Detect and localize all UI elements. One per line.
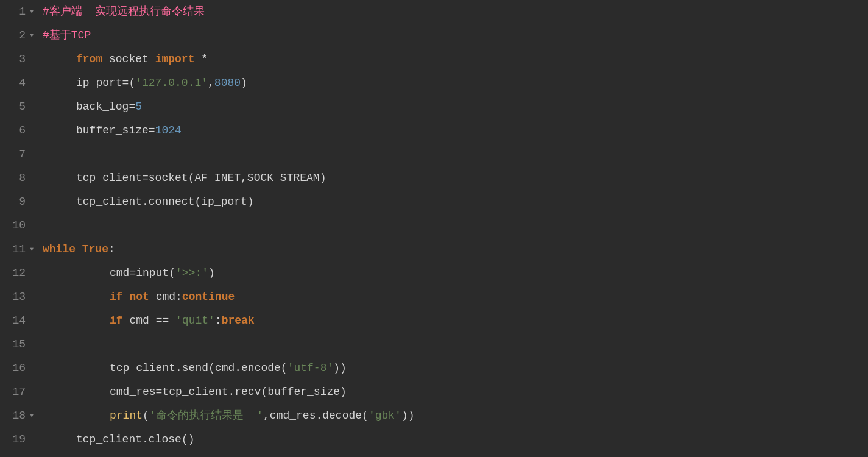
token-plain: cmd:: [149, 285, 182, 309]
line-number-16: 16: [0, 356, 37, 380]
token-plain: (: [143, 404, 149, 428]
token-plain: [76, 238, 82, 261]
token-plain: :: [108, 238, 115, 261]
code-line-3: from socket import *: [43, 48, 868, 71]
token-plain: socket: [102, 48, 155, 71]
fold-indicator-11[interactable]: ▾: [29, 238, 34, 261]
token-keyword: import: [155, 48, 195, 71]
token-keyword: True: [82, 238, 108, 261]
token-keyword: if: [110, 285, 123, 309]
line-number-13: 13: [0, 285, 37, 309]
code-editor: 12345678910111213141516171819 ▾#客户端 实现远程…: [0, 0, 868, 457]
line-number-4: 4: [0, 71, 37, 95]
line-number-19: 19: [0, 428, 37, 452]
token-plain: [123, 285, 130, 309]
line-number-8: 8: [0, 166, 37, 190]
token-plain: ): [208, 261, 215, 285]
token-keyword: not: [129, 285, 149, 309]
code-line-11: ▾while True:: [43, 238, 868, 261]
line-number-9: 9: [0, 190, 37, 214]
code-line-5: back_log=5: [43, 95, 868, 119]
token-plain: tcp_client.send(cmd.encode(: [110, 356, 288, 380]
token-operator: ==: [156, 309, 169, 333]
code-line-19: tcp_client.close(): [43, 428, 868, 452]
token-comment-chinese: #客户端 实现远程执行命令结果: [43, 0, 205, 24]
token-comment-chinese: #基于TCP: [43, 24, 91, 48]
token-plain: back_log=: [76, 95, 135, 119]
token-plain: *: [194, 48, 208, 71]
token-number: 1024: [155, 119, 182, 143]
token-keyword: while: [43, 238, 76, 261]
token-number: 8080: [214, 71, 241, 95]
token-keyword: if: [110, 309, 123, 333]
code-line-2: ▾#基于TCP: [43, 24, 868, 48]
token-plain: )): [333, 356, 347, 380]
token-plain: tcp_client=socket(AF_INET,SOCK_STREAM): [76, 166, 326, 190]
code-line-16: tcp_client.send(cmd.encode('utf-8')): [43, 356, 868, 380]
token-plain: tcp_client.close(): [76, 428, 194, 452]
token-plain: tcp_client.connect(ip_port): [76, 190, 254, 214]
line-number-10: 10: [0, 214, 37, 238]
token-plain: ): [241, 71, 247, 95]
line-number-12: 12: [0, 261, 37, 285]
line-number-7: 7: [0, 143, 37, 166]
token-plain: ,: [208, 71, 214, 95]
line-number-6: 6: [0, 119, 37, 143]
token-string: '127.0.0.1': [135, 71, 208, 95]
fold-indicator-18[interactable]: ▾: [29, 404, 34, 428]
token-plain: :: [215, 309, 222, 333]
code-line-17: cmd_res=tcp_client.recv(buffer_size): [43, 380, 868, 404]
line-numbers: 12345678910111213141516171819: [0, 0, 37, 457]
token-plain: [169, 309, 175, 333]
token-keyword: break: [222, 309, 255, 333]
token-plain: cmd=input(: [110, 261, 175, 285]
token-plain: ip_port=(: [76, 71, 135, 95]
token-keyword: continue: [182, 285, 235, 309]
code-line-13: if not cmd:continue: [43, 285, 868, 309]
code-line-18: ▾print('命令的执行结果是 ',cmd_res.decode('gbk')…: [43, 404, 868, 428]
token-plain: ,cmd_res.decode(: [263, 404, 369, 428]
token-keyword: from: [76, 48, 102, 71]
token-string: '命令的执行结果是 ': [149, 404, 263, 428]
code-line-8: tcp_client=socket(AF_INET,SOCK_STREAM): [43, 166, 868, 190]
code-line-4: ip_port=('127.0.0.1',8080): [43, 71, 868, 95]
token-plain: cmd: [123, 309, 156, 333]
code-lines: ▾#客户端 实现远程执行命令结果▾#基于TCPfrom socket impor…: [37, 0, 868, 457]
token-string: 'gbk': [369, 404, 401, 428]
token-string: 'utf-8': [288, 356, 334, 380]
line-number-14: 14: [0, 309, 37, 333]
line-number-17: 17: [0, 380, 37, 404]
token-string: 'quit': [175, 309, 215, 333]
token-string: '>>:': [175, 261, 208, 285]
code-line-14: if cmd == 'quit':break: [43, 309, 868, 333]
code-line-1: ▾#客户端 实现远程执行命令结果: [43, 0, 868, 24]
token-builtin: print: [110, 404, 143, 428]
line-number-15: 15: [0, 333, 37, 356]
code-line-7: [43, 143, 868, 166]
code-line-12: cmd=input('>>:'): [43, 261, 868, 285]
code-line-10: [43, 214, 868, 238]
token-number: 5: [135, 95, 142, 119]
token-plain: cmd_res=tcp_client.recv(buffer_size): [110, 380, 347, 404]
code-line-15: [43, 333, 868, 356]
code-line-9: tcp_client.connect(ip_port): [43, 190, 868, 214]
code-line-6: buffer_size=1024: [43, 119, 868, 143]
token-plain: buffer_size=: [76, 119, 155, 143]
line-number-3: 3: [0, 48, 37, 71]
token-plain: )): [401, 404, 415, 428]
fold-indicator-1[interactable]: ▾: [29, 0, 34, 24]
line-number-5: 5: [0, 95, 37, 119]
fold-indicator-2[interactable]: ▾: [29, 24, 34, 48]
